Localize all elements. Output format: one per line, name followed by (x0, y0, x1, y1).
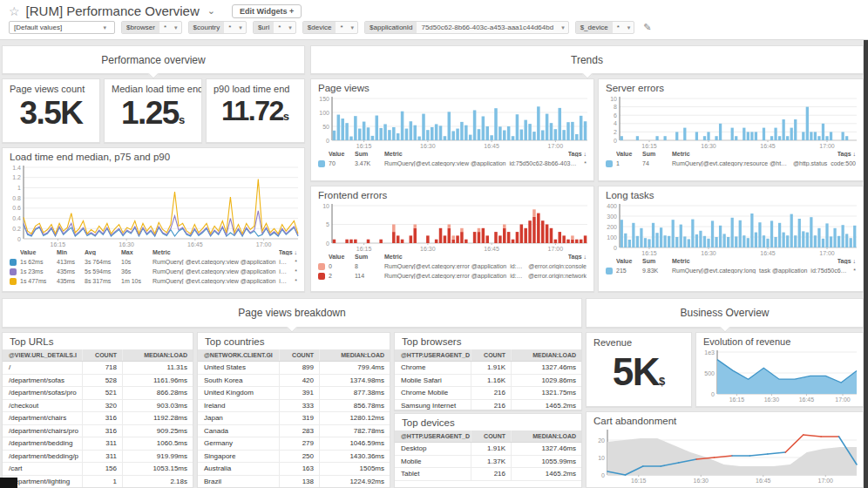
svg-text:0.4: 0.4 (12, 215, 21, 221)
svg-text:200: 200 (607, 224, 617, 230)
frontend-errors-plot[interactable]: 051016:1516:3016:4517:00 (315, 202, 590, 252)
table-row[interactable]: /department/sofas/pro521866.28ms (3, 387, 193, 400)
chevron-down-icon[interactable]: ⌄ (207, 5, 215, 17)
table-row[interactable]: Mobile Safari1.16K1029.86ms (395, 375, 581, 388)
legend-cell: RumQuery[@evt.category:long_task @applic… (672, 268, 853, 274)
table-row[interactable]: Chrome Mobile2161321.75ms (395, 387, 581, 400)
revenue-evolution-plot[interactable]: 05001e316:1516:3016:4517:00 (700, 349, 859, 403)
table-header-row[interactable]: @HTTP.USERAGENT_DCOUNTMEDIAN:LOAD EVENT (395, 349, 581, 362)
table-row[interactable]: Tablet2161465.2ms (395, 468, 581, 481)
variable-name: $device (303, 22, 336, 33)
svg-text:16:15: 16:15 (51, 241, 66, 247)
star-icon[interactable]: ☆ (9, 4, 20, 18)
table-row[interactable]: South Korea4201374.98ms (198, 375, 390, 388)
table-row[interactable]: Chrome1.91K1327.46ms (395, 362, 581, 375)
legend-cell: 215 (616, 268, 642, 274)
legend-cell: 8 (355, 263, 384, 269)
svg-text:17:00: 17:00 (256, 241, 272, 247)
table-row[interactable]: /cart1561053.15ms (3, 463, 193, 476)
template-variable-chip[interactable]: $url*▾ (253, 21, 296, 34)
table-row[interactable]: /71811.31s (3, 362, 193, 375)
table-title: Top browsers (395, 333, 581, 349)
table-header-row[interactable]: @VIEW.URL_DETAILS.ICOUNTMEDIAN:LOAD EVEN… (3, 349, 193, 362)
stat-p90-load-time[interactable]: p90 load time end 11.72s (206, 78, 305, 143)
svg-text:16:45: 16:45 (799, 396, 815, 403)
table-row[interactable]: Canada283782.78ms (198, 425, 390, 438)
svg-text:17:00: 17:00 (835, 396, 851, 403)
table-row[interactable]: Singapore2501430.36ms (198, 451, 390, 464)
scrollbar[interactable] (864, 24, 868, 488)
svg-text:16:45: 16:45 (484, 143, 499, 149)
variable-name: $country (189, 22, 225, 33)
cart-abandonment-plot[interactable]: 0102016:1516:3016:4517:00 (590, 428, 859, 484)
table-row[interactable]: Australia1631505ms (198, 463, 390, 476)
table-row[interactable]: /department/bedding/p311919.99ms (3, 451, 193, 464)
table-row[interactable]: /checkout320903.03ms (3, 400, 193, 413)
frontend-errors-chart-card: Frontend errors 051016:1516:3016:4517:00… (310, 186, 594, 292)
table-header-row[interactable]: @NETWORK.CLIENT.GICOUNTMEDIAN:LOAD EVENT (198, 349, 390, 362)
legend-row[interactable]: 1s 477ms435ms8s 317ms1m 10sRumQuery[ @ev… (10, 276, 297, 286)
legend-cell: RumQuery[@evt.category:view @application… (384, 160, 584, 166)
server-errors-plot[interactable]: 024681016:1516:3016:4517:00 (602, 95, 859, 149)
table-row[interactable]: /department/bedding3111060.5ms (3, 437, 193, 451)
legend-cell: * (295, 259, 297, 265)
table-title: Top countries (198, 333, 390, 349)
table-row[interactable]: Desktop1.91K1327.46ms (395, 443, 581, 456)
table-row[interactable]: /department/chairs/pro316909.25ms (3, 425, 193, 438)
legend-cell: Metric (153, 249, 279, 255)
legend-cell: Tags ↓ (837, 258, 856, 264)
edit-widgets-button[interactable]: Edit Widgets + (232, 4, 302, 18)
svg-text:16:15: 16:15 (729, 396, 745, 403)
chart-title: Long tasks (599, 186, 863, 202)
stat-page-views-count[interactable]: Page views count 3.5K (2, 78, 100, 143)
legend-cell: 435ms (57, 268, 85, 274)
table-row[interactable]: Ireland333856.78ms (198, 400, 390, 413)
table-row[interactable]: United Kingdom391877.38ms (198, 387, 390, 400)
page-title: [RUM] Performance Overview (26, 3, 200, 18)
legend-row[interactable]: 2159.83KRumQuery[@evt.category:long_task… (606, 266, 856, 275)
legend-row[interactable]: 703.47KRumQuery[@evt.category:view @appl… (318, 159, 587, 168)
legend-row[interactable]: 2114RumQuery[@evt.category:error @applic… (318, 271, 587, 281)
svg-text:16:45: 16:45 (187, 241, 203, 247)
svg-text:0: 0 (614, 138, 617, 144)
table-row[interactable]: Japan3191280.12ms (198, 412, 390, 425)
table-row[interactable]: Brazil1381224.92ms (198, 476, 390, 488)
svg-text:0: 0 (17, 236, 21, 242)
table-row[interactable]: /department/lighting12.18s (3, 476, 193, 488)
default-values-select[interactable]: [Default values] ▾ (9, 21, 115, 34)
svg-text:16:30: 16:30 (701, 250, 716, 256)
legend-cell: Min (57, 249, 85, 255)
template-variable-chip[interactable]: $country*▾ (188, 21, 247, 34)
table-header-row[interactable]: @HTTP.USERAGENT_DCOUNTMEDIAN:LOAD EVENT (395, 430, 581, 443)
table-row[interactable]: /department/chairs3161192.28ms (3, 412, 193, 425)
stat-median-load-time[interactable]: Median load time end 1.25s (104, 78, 202, 143)
screen-corner-artifact (0, 478, 17, 488)
table-title: Top devices (395, 414, 581, 430)
legend-cell: * (295, 278, 297, 284)
template-variable-chip[interactable]: $applicationId75d50c62-8b66-403c-a453-aa… (364, 21, 569, 34)
template-variable-chip[interactable]: $_device*▾ (575, 21, 635, 34)
table-row[interactable]: Germany2791046.59ms (198, 437, 390, 451)
table-row[interactable]: Samsung Internet2161465.2ms (395, 400, 581, 411)
legend-cell: Max (121, 249, 153, 255)
legend-row[interactable]: 1s 23ms435ms5s 594ms36sRumQuery[ @evt.ca… (10, 267, 297, 276)
long-tasks-plot[interactable]: 010020030040016:1516:3016:4517:00 (602, 202, 859, 256)
svg-text:1.2: 1.2 (12, 174, 21, 180)
section-page-views-breakdown: Page views breakdown (2, 298, 582, 328)
stat-revenue[interactable]: Revenue 5K$ (586, 332, 692, 407)
table-row[interactable]: /department/sofas5281161.96ms (3, 375, 193, 388)
legend-row[interactable]: 174RumQuery[@evt.category:resource @http… (606, 159, 856, 168)
template-variable-chip[interactable]: $device*▾ (302, 21, 358, 34)
page-views-plot[interactable]: 05010015016:1516:3016:4517:00 (315, 95, 590, 149)
legend-row[interactable]: 1s 62ms413ms3s 764ms10sRumQuery[ @evt.ca… (10, 257, 297, 267)
svg-text:2: 2 (614, 129, 617, 135)
edit-pencil-icon[interactable]: ✎ (643, 22, 651, 33)
legend-cell: Tags ↓ (568, 151, 587, 157)
template-variable-chip[interactable]: $browser*▾ (121, 21, 182, 34)
legend-row[interactable]: 08RumQuery[@evt.category:error @applicat… (318, 261, 587, 271)
load-time-plot[interactable]: 00.20.40.60.811.21.416:1516:3016:4517:00 (6, 164, 301, 247)
table-row[interactable]: United States899799.4ms (198, 362, 390, 375)
table-row[interactable]: Mobile1.37K1055.99ms (395, 456, 581, 469)
legend-cell: 413ms (57, 259, 85, 265)
long-tasks-legend: ValueSumMetricTags ↓2159.83KRumQuery[@ev… (599, 256, 863, 275)
